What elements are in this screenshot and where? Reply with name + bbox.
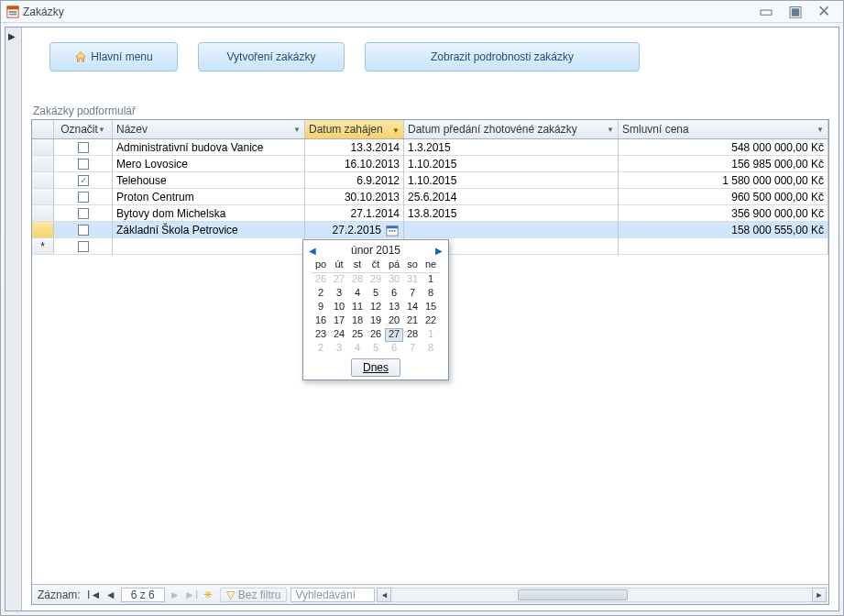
table-row[interactable]: Proton Centrum30.10.201325.6.2014960 500… — [32, 189, 828, 205]
datepicker-day[interactable]: 4 — [348, 342, 367, 356]
cell-name[interactable]: Proton Centrum — [113, 189, 305, 205]
row-selector[interactable] — [32, 222, 54, 237]
datepicker-day[interactable]: 11 — [348, 301, 367, 314]
nav-last-button[interactable]: ►I — [183, 587, 200, 603]
column-header-handover-date[interactable]: Datum předání zhotovéné zakázky▼ — [404, 120, 619, 138]
datepicker-day[interactable]: 27 — [330, 273, 348, 287]
datepicker-day[interactable]: 14 — [403, 301, 422, 314]
cell-handover-date[interactable]: 1.3.2015 — [404, 139, 619, 156]
datepicker-day[interactable]: 22 — [422, 314, 440, 328]
nav-first-button[interactable]: I◄ — [86, 587, 103, 603]
datepicker-day[interactable]: 13 — [385, 301, 403, 314]
datepicker-day[interactable]: 29 — [367, 273, 385, 287]
cell-mark[interactable]: ✓ — [54, 172, 113, 189]
create-order-button[interactable]: Vytvoření zakázky — [198, 42, 345, 72]
datepicker-day[interactable]: 8 — [422, 287, 440, 301]
datepicker-day[interactable]: 17 — [330, 314, 348, 328]
datepicker-day[interactable]: 23 — [312, 328, 330, 342]
datepicker-day[interactable]: 8 — [422, 342, 440, 356]
cell-mark[interactable] — [54, 222, 113, 238]
datepicker-day[interactable]: 31 — [403, 273, 422, 287]
checkbox[interactable] — [78, 142, 89, 153]
column-header-price[interactable]: Smluvní cena▼ — [619, 120, 828, 138]
table-row[interactable]: Mero Lovosice16.10.20131.10.2015156 985 … — [32, 156, 828, 172]
row-selector[interactable] — [32, 139, 54, 155]
cell-price[interactable]: 156 985 000,00 Kč — [619, 156, 828, 172]
datepicker-day[interactable]: 7 — [403, 287, 422, 301]
select-all-corner[interactable] — [32, 120, 54, 138]
nav-new-button[interactable]: ✳ — [200, 587, 216, 603]
datepicker-day[interactable]: 19 — [367, 314, 385, 328]
datepicker-day[interactable]: 26 — [312, 273, 330, 287]
cell-mark[interactable] — [54, 139, 113, 156]
close-button[interactable]: ✕ — [810, 4, 838, 19]
datepicker-day[interactable]: 3 — [330, 342, 348, 356]
cell-price[interactable]: 548 000 000,00 Kč — [619, 139, 828, 156]
cell-start-date[interactable]: 6.9.2012 — [305, 172, 404, 189]
checkbox[interactable] — [78, 159, 89, 170]
datepicker-day[interactable]: 6 — [385, 342, 403, 356]
datepicker-day[interactable]: 12 — [367, 301, 385, 314]
datepicker-day[interactable]: 24 — [330, 328, 348, 342]
table-row[interactable]: Základní Škola Petrovice27.2.2015158 000… — [32, 222, 828, 238]
cell-start-date[interactable]: 27.1.2014 — [305, 205, 404, 222]
row-selector[interactable] — [32, 172, 54, 188]
cell-handover-date[interactable]: 1.10.2015 — [404, 172, 619, 189]
datepicker-day[interactable]: 5 — [367, 287, 385, 301]
datepicker-day[interactable]: 3 — [330, 287, 348, 301]
row-selector[interactable] — [32, 205, 54, 221]
datepicker-day[interactable]: 28 — [348, 273, 367, 287]
cell-price[interactable]: 960 500 000,00 Kč — [619, 189, 828, 205]
datepicker-day[interactable]: 27 — [385, 328, 403, 342]
search-input[interactable]: Vyhledávání — [290, 588, 375, 602]
datepicker-day[interactable]: 28 — [403, 328, 422, 342]
cell-handover-date[interactable]: 13.8.2015 — [404, 205, 619, 222]
horizontal-scrollbar[interactable]: ◄ ► — [377, 588, 827, 602]
chevron-down-icon[interactable]: ▼ — [293, 126, 301, 134]
record-position[interactable]: 6 z 6 — [121, 588, 165, 602]
cell-price[interactable]: 1 580 000 000,00 Kč — [619, 172, 828, 189]
datepicker-day[interactable]: 30 — [385, 273, 403, 287]
row-selector[interactable] — [32, 189, 54, 204]
column-header-name[interactable]: Název▼ — [113, 120, 305, 138]
table-row[interactable]: ✓Telehouse6.9.20121.10.20151 580 000 000… — [32, 172, 828, 189]
datepicker-day[interactable]: 21 — [403, 314, 422, 328]
datepicker-day[interactable]: 18 — [348, 314, 367, 328]
datepicker-today-button[interactable]: Dnes — [351, 358, 400, 377]
checkbox[interactable] — [78, 225, 89, 236]
table-row[interactable]: Administrativní budova Vanice13.3.20141.… — [32, 139, 828, 156]
chevron-down-icon[interactable]: ▼ — [817, 126, 824, 134]
calendar-icon[interactable] — [385, 223, 400, 237]
minimize-button[interactable]: ▭ — [751, 4, 781, 19]
checkbox[interactable] — [78, 241, 89, 252]
datepicker-day[interactable]: 1 — [422, 273, 440, 287]
column-header-mark[interactable]: Označit▼ — [54, 120, 113, 138]
datepicker-prev-month[interactable]: ◀ — [309, 246, 316, 256]
datepicker-day[interactable]: 20 — [385, 314, 403, 328]
chevron-down-icon[interactable]: ▼ — [98, 126, 105, 134]
datepicker-next-month[interactable]: ▶ — [435, 246, 443, 256]
datepicker-day[interactable]: 2 — [312, 342, 330, 356]
checkbox[interactable] — [78, 192, 89, 203]
column-header-start-date[interactable]: Datum zahájen▼ — [305, 120, 404, 138]
show-details-button[interactable]: Zobrazit podrobnosti zakázky — [365, 42, 640, 72]
cell-name[interactable]: Základní Škola Petrovice — [113, 222, 305, 238]
cell-mark[interactable] — [54, 156, 113, 172]
cell-price[interactable]: 158 000 555,00 Kč — [619, 222, 828, 238]
datepicker-day[interactable]: 25 — [348, 328, 367, 342]
checkbox[interactable]: ✓ — [78, 175, 89, 186]
nav-prev-button[interactable]: ◄ — [103, 587, 119, 603]
row-selector[interactable] — [32, 156, 54, 171]
datepicker-day[interactable]: 15 — [422, 301, 440, 314]
cell-handover-date[interactable] — [404, 222, 619, 238]
cell-name[interactable]: Administrativní budova Vanice — [113, 139, 305, 156]
cell-start-date[interactable]: 30.10.2013 — [305, 189, 404, 205]
cell-start-date[interactable]: 27.2.2015 — [305, 222, 404, 238]
datepicker-day[interactable]: 1 — [422, 328, 440, 342]
scroll-left-button[interactable]: ◄ — [377, 588, 391, 602]
cell-start-date[interactable]: 16.10.2013 — [305, 156, 404, 172]
cell-mark[interactable] — [54, 189, 113, 205]
datepicker-day[interactable]: 2 — [312, 287, 330, 301]
cell-name[interactable]: Bytovy dom Michelska — [113, 205, 305, 222]
chevron-down-icon[interactable]: ▼ — [607, 126, 614, 134]
